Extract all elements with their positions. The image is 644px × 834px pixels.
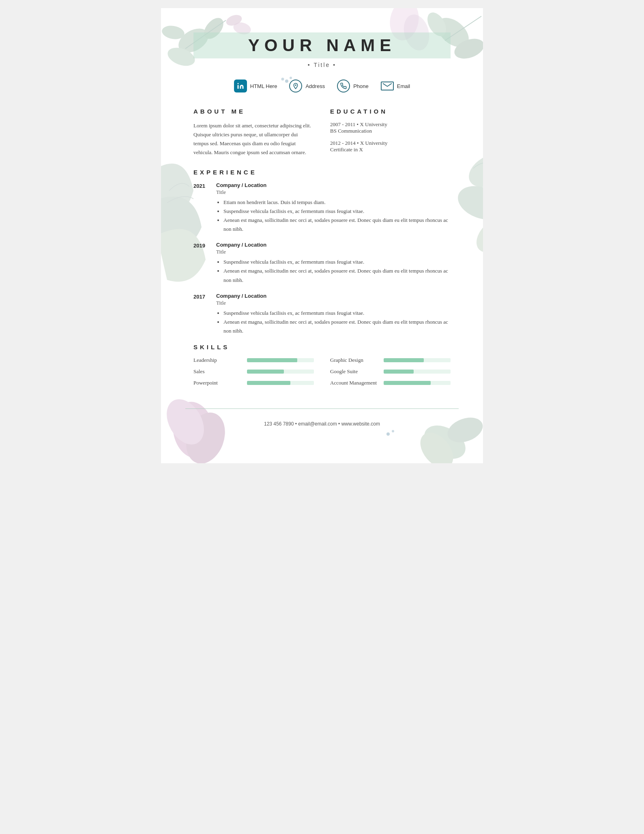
edu-degree: Certificate in X (330, 146, 451, 153)
svg-rect-27 (237, 85, 238, 89)
about-body: Lorem ipsum dolor sit amet, consectetur … (193, 121, 314, 157)
footer-text: 123 456 7890 • email@email.com • www.web… (264, 421, 380, 427)
skill-name: Sales (193, 368, 242, 375)
skill-name: Account Management (330, 380, 379, 386)
exp-year: 2019 (193, 242, 209, 284)
address-contact: Address (289, 80, 325, 92)
skill-bar-container (384, 358, 451, 362)
skill-bar-container (247, 358, 314, 362)
exp-details: Company / Location Title Suspendisse veh… (216, 242, 451, 284)
skill-bar-container (247, 370, 314, 374)
footer-divider (185, 408, 459, 409)
skill-bar (384, 370, 414, 374)
footer: 123 456 7890 • email@email.com • www.web… (161, 415, 483, 451)
skill-name: Google Suite (330, 368, 379, 375)
linkedin-text: HTML Here (250, 83, 277, 89)
skill-row-left: Powerpoint (193, 380, 314, 386)
exp-bullets: Suspendisse vehicula facilisis ex, ac fe… (216, 309, 451, 335)
skill-bar-container (384, 370, 451, 374)
address-text: Address (305, 83, 325, 89)
exp-title: Title (216, 249, 451, 255)
name-bar: YOUR NAME (193, 32, 451, 58)
exp-title: Title (216, 189, 451, 196)
exp-year: 2021 (193, 182, 209, 234)
bullet-item: Suspendisse vehicula facilisis ex, ac fe… (223, 309, 451, 318)
skill-row-right: Account Management (330, 380, 451, 386)
linkedin-contact: HTML Here (234, 80, 277, 92)
exp-bullets: Etiam non hendrerit lacus. Duis id tempu… (216, 198, 451, 234)
email-icon (381, 82, 394, 90)
skill-name: Graphic Design (330, 357, 379, 363)
skill-row-left: Leadership (193, 357, 314, 363)
resume-page: YOUR NAME • Title • HTML Here (161, 8, 483, 463)
bullet-item: Aenean est magna, sollicitudin nec orci … (223, 318, 451, 335)
exp-company: Company / Location (216, 242, 451, 248)
svg-point-29 (295, 84, 296, 86)
bullet-item: Suspendisse vehicula facilisis ex, ac fe… (223, 207, 451, 216)
education-section: EDUCATION 2007 - 2011 • X University BS … (330, 108, 451, 159)
skill-row-right: Graphic Design (330, 357, 451, 363)
skills-section: SKILLS Leadership Graphic Design Sales G… (193, 344, 451, 386)
education-title: EDUCATION (330, 108, 451, 116)
experience-entry: 2021 Company / Location Title Etiam non … (193, 182, 451, 234)
about-title: ABOUT ME (193, 108, 314, 116)
skills-grid: Leadership Graphic Design Sales Google S… (193, 357, 451, 386)
bullet-item: Aenean est magna, sollicitudin nec orci … (223, 267, 451, 284)
phone-icon (337, 80, 350, 92)
bullet-item: Etiam non hendrerit lacus. Duis id tempu… (223, 198, 451, 207)
exp-year: 2017 (193, 293, 209, 335)
skill-bar-container (247, 381, 314, 385)
skill-row-left: Sales (193, 368, 314, 375)
skill-bar (384, 358, 424, 362)
location-icon (289, 80, 302, 92)
skill-name: Powerpoint (193, 380, 242, 386)
experience-title: EXPERIENCE (193, 169, 451, 177)
education-entry: 2012 - 2014 • X University Certificate i… (330, 140, 451, 153)
phone-text: Phone (353, 83, 369, 89)
email-contact: Email (381, 82, 410, 90)
edu-dates: 2007 - 2011 • X University (330, 121, 451, 128)
edu-degree: BS Communication (330, 128, 451, 134)
experience-entry: 2017 Company / Location Title Suspendiss… (193, 293, 451, 335)
email-text: Email (397, 83, 410, 89)
header-section: YOUR NAME • Title • (161, 8, 483, 72)
exp-details: Company / Location Title Suspendisse veh… (216, 293, 451, 335)
linkedin-icon (234, 80, 247, 92)
exp-bullets: Suspendisse vehicula facilisis ex, ac fe… (216, 258, 451, 284)
skill-bar (384, 381, 431, 385)
bullet-item: Aenean est magna, sollicitudin nec orci … (223, 216, 451, 234)
exp-title: Title (216, 300, 451, 306)
edu-dates: 2012 - 2014 • X University (330, 140, 451, 146)
contact-bar: HTML Here Address Phone (161, 72, 483, 100)
exp-company: Company / Location (216, 182, 451, 188)
skill-name: Leadership (193, 357, 242, 363)
education-entry: 2007 - 2011 • X University BS Communicat… (330, 121, 451, 134)
about-section: ABOUT ME Lorem ipsum dolor sit amet, con… (193, 108, 314, 159)
experience-entries: 2021 Company / Location Title Etiam non … (193, 182, 451, 335)
exp-details: Company / Location Title Etiam non hendr… (216, 182, 451, 234)
about-education-row: ABOUT ME Lorem ipsum dolor sit amet, con… (193, 108, 451, 159)
skill-bar (247, 370, 284, 374)
experience-section: EXPERIENCE 2021 Company / Location Title… (193, 169, 451, 335)
skill-bar (247, 358, 297, 362)
phone-contact: Phone (337, 80, 369, 92)
svg-point-28 (237, 83, 238, 84)
title-line: • Title • (161, 62, 483, 68)
bullet-item: Suspendisse vehicula facilisis ex, ac fe… (223, 258, 451, 267)
skill-bar-container (384, 381, 451, 385)
education-entries: 2007 - 2011 • X University BS Communicat… (330, 121, 451, 153)
full-name: YOUR NAME (248, 36, 396, 55)
exp-company: Company / Location (216, 293, 451, 299)
skill-bar (247, 381, 290, 385)
skill-row-right: Google Suite (330, 368, 451, 375)
experience-entry: 2019 Company / Location Title Suspendiss… (193, 242, 451, 284)
main-content: ABOUT ME Lorem ipsum dolor sit amet, con… (161, 100, 483, 402)
skills-title: SKILLS (193, 344, 451, 352)
